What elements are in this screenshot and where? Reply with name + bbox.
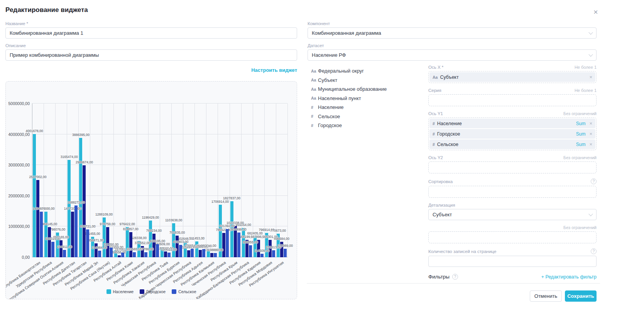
- axis-field-chip[interactable]: #НаселениеSum×: [429, 119, 595, 128]
- chart-legend: НаселениеГородскоеСельское: [6, 289, 297, 294]
- chart-bar[interactable]: [156, 244, 159, 257]
- axis-field-chip[interactable]: #ГородскоеSum×: [429, 129, 595, 139]
- chart-bar[interactable]: [284, 249, 287, 257]
- field-list-item[interactable]: #Население: [311, 103, 423, 112]
- chart-bar[interactable]: [63, 250, 66, 257]
- chart-bar[interactable]: [51, 242, 54, 257]
- chart-bar[interactable]: [33, 134, 36, 257]
- chart-bar[interactable]: [187, 250, 190, 257]
- chart-bar[interactable]: [191, 249, 194, 257]
- field-list-item[interactable]: AaСубъект: [311, 76, 423, 85]
- chart-bar[interactable]: [110, 248, 113, 257]
- chart-bar[interactable]: [152, 234, 156, 257]
- filters-label: Фильтры: [428, 274, 450, 280]
- field-list-item[interactable]: AaМуниципальное образование: [311, 85, 423, 94]
- chart-bar[interactable]: [106, 227, 109, 257]
- chart-bar[interactable]: [129, 232, 132, 257]
- bar-value-label: 138880,00: [208, 248, 223, 252]
- page-size-label: Количество записей на странице: [428, 249, 496, 254]
- chart-bar[interactable]: [164, 251, 167, 257]
- chart-bar[interactable]: [176, 236, 179, 257]
- edit-filter-link[interactable]: + Редактировать фильтр: [541, 274, 597, 280]
- field-list-item-label: Население: [318, 104, 343, 110]
- page-size-input[interactable]: [428, 256, 597, 267]
- extra-dropzone[interactable]: [428, 231, 597, 243]
- chart-bar[interactable]: [249, 245, 252, 257]
- chart-bar[interactable]: [210, 253, 213, 257]
- name-input[interactable]: Комбинированная диаграмма 1: [5, 27, 297, 39]
- detail-select[interactable]: Субъект: [428, 209, 597, 220]
- chart-bar[interactable]: [40, 212, 43, 257]
- chart-bar[interactable]: [272, 250, 275, 257]
- gridline-vertical: [218, 104, 218, 257]
- chart-bar[interactable]: [254, 236, 257, 257]
- close-icon[interactable]: ×: [593, 9, 598, 15]
- text-field-icon: Aa: [311, 96, 318, 100]
- aggregation-badge[interactable]: Sum: [576, 142, 586, 147]
- field-list-item[interactable]: AaНаселенный пункт: [311, 94, 423, 103]
- aggregation-badge[interactable]: Sum: [576, 121, 586, 126]
- chart-bar[interactable]: [226, 229, 229, 257]
- gridline-vertical: [206, 104, 206, 257]
- cancel-button[interactable]: Отменить: [530, 290, 562, 302]
- bar-value-label: 528338,00: [131, 236, 147, 240]
- gridline-vertical: [102, 104, 102, 257]
- chart-bar[interactable]: [98, 251, 101, 257]
- field-list-item[interactable]: #Городское: [311, 121, 423, 130]
- component-field-label: Компонент: [308, 21, 597, 26]
- sorting-dropzone[interactable]: [428, 186, 597, 198]
- x-axis-dropzone[interactable]: AaСубъект×: [428, 71, 597, 83]
- chart-bar[interactable]: [144, 252, 147, 257]
- bar-value-label: 2986674,00: [76, 160, 93, 164]
- chart-bar[interactable]: [199, 250, 202, 257]
- axis-field-chip[interactable]: AaСубъект×: [429, 72, 595, 82]
- component-select[interactable]: Комбинированная диаграмма: [308, 27, 597, 39]
- chart-bar[interactable]: [179, 245, 182, 257]
- chart-bar[interactable]: [48, 227, 51, 257]
- aggregation-badge[interactable]: Sum: [576, 131, 586, 137]
- description-input[interactable]: Пример комбинированной диаграммы: [5, 49, 297, 61]
- page-size-help-icon[interactable]: ?: [591, 248, 597, 254]
- filters-help-icon[interactable]: ?: [452, 274, 458, 280]
- field-list-item[interactable]: #Сельское: [311, 112, 423, 121]
- chart-bar[interactable]: [86, 229, 89, 257]
- number-field-icon: #: [433, 121, 435, 126]
- series-dropzone[interactable]: [428, 94, 597, 106]
- chart-bar[interactable]: [71, 212, 74, 257]
- bar-value-label: 370552,00: [135, 241, 150, 245]
- chart-bar[interactable]: [118, 255, 121, 257]
- chart-bar[interactable]: [36, 180, 39, 257]
- axis-config-column: Ось X * Не более 1 AaСубъект× Серия Не б…: [428, 65, 597, 281]
- save-button[interactable]: Сохранить: [565, 290, 597, 302]
- remove-chip-icon[interactable]: ×: [589, 74, 592, 80]
- sorting-help-icon[interactable]: ?: [591, 178, 597, 184]
- y1-axis-dropzone[interactable]: #НаселениеSum×#ГородскоеSum×#СельскоеSum…: [428, 117, 597, 150]
- chart-bar[interactable]: [126, 227, 129, 257]
- chart-bar[interactable]: [237, 233, 240, 257]
- chart-bar[interactable]: [79, 138, 82, 257]
- field-list-item[interactable]: AaФедеральный округ: [311, 66, 423, 76]
- chart-bar[interactable]: [83, 165, 86, 257]
- chart-bar[interactable]: [167, 253, 171, 257]
- dataset-select[interactable]: Население РФ: [308, 49, 597, 61]
- chart-bar[interactable]: [214, 253, 217, 257]
- chart-bar[interactable]: [121, 253, 124, 257]
- chart-bar[interactable]: [260, 254, 264, 257]
- extra-limit-hint: Без ограничений: [563, 225, 597, 230]
- y2-axis-dropzone[interactable]: [428, 161, 597, 173]
- gridline-vertical: [287, 104, 288, 257]
- configure-widget-link[interactable]: Настроить виджет: [5, 67, 297, 73]
- chart-bar[interactable]: [74, 205, 78, 257]
- bar-value-label: 496684,00: [274, 237, 289, 241]
- component-select-value: Комбинированная диаграмма: [312, 30, 381, 36]
- remove-chip-icon[interactable]: ×: [589, 141, 592, 147]
- remove-chip-icon[interactable]: ×: [589, 131, 592, 137]
- chart-bar[interactable]: [202, 249, 205, 257]
- chart-bar[interactable]: [133, 252, 136, 257]
- chart-bar[interactable]: [59, 240, 63, 257]
- axis-field-chip[interactable]: #СельскоеSum×: [429, 139, 595, 149]
- chart-bar[interactable]: [44, 212, 47, 257]
- remove-chip-icon[interactable]: ×: [589, 121, 592, 126]
- name-field-label: Название *: [5, 21, 297, 26]
- chart-bar[interactable]: [222, 233, 225, 257]
